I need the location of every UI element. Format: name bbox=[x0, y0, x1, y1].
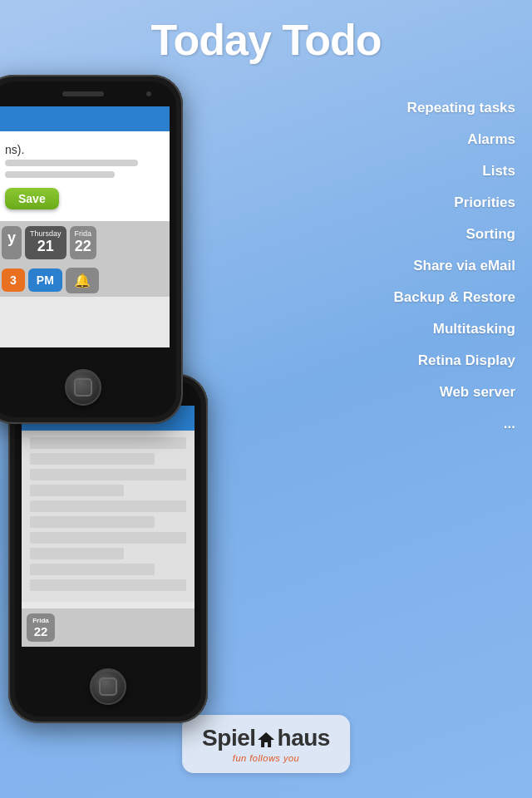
logo-container: Spiel haus fun follows you bbox=[182, 715, 350, 773]
cal-day-num-bottom: 22 bbox=[30, 624, 52, 638]
text-line-1 bbox=[5, 160, 138, 166]
feature-lists: Lists bbox=[394, 163, 515, 180]
bell-button[interactable]: 🔔 bbox=[66, 268, 99, 293]
phone-inner-bottom: Frida 22 bbox=[15, 381, 201, 717]
time-ampm-box[interactable]: PM bbox=[28, 268, 62, 292]
app-title: Today Todo bbox=[0, 0, 532, 65]
gray-line-1 bbox=[30, 437, 186, 449]
phone-inner-top: ns). Save y Thursday 21 bbox=[0, 81, 176, 417]
home-button-top[interactable] bbox=[65, 369, 101, 406]
feature-list: Repeating tasks Alarms Lists Priorities … bbox=[394, 100, 515, 432]
screen-content-bottom bbox=[22, 431, 195, 602]
feature-sorting: Sorting bbox=[394, 226, 515, 243]
logo-text: Spiel haus bbox=[202, 725, 330, 751]
logo-subtitle: fun follows you bbox=[233, 753, 299, 763]
phone-screen-bottom: Frida 22 bbox=[22, 406, 195, 647]
svg-marker-0 bbox=[259, 732, 275, 747]
camera-dot bbox=[146, 91, 151, 96]
calendar-row: y Thursday 21 Frida 22 bbox=[0, 221, 170, 264]
home-button-inner-bottom bbox=[99, 677, 117, 696]
save-button[interactable]: Save bbox=[5, 188, 59, 209]
gray-line-2 bbox=[30, 453, 155, 465]
feature-repeating-tasks: Repeating tasks bbox=[394, 100, 515, 116]
gray-line-10 bbox=[30, 579, 186, 591]
logo-house-icon bbox=[257, 730, 277, 750]
cal-day-num-1: 21 bbox=[30, 238, 62, 256]
home-button-inner-top bbox=[74, 378, 92, 397]
feature-priorities: Priorities bbox=[394, 195, 515, 211]
logo-spiel: Spiel bbox=[202, 725, 255, 751]
phone-bottom: Frida 22 bbox=[8, 374, 208, 723]
phone-top: ns). Save y Thursday 21 bbox=[0, 75, 183, 424]
gray-line-7 bbox=[30, 532, 186, 544]
logo-haus: haus bbox=[278, 725, 330, 751]
gray-line-6 bbox=[30, 516, 155, 528]
feature-retina: Retina Display bbox=[394, 352, 515, 369]
gray-line-3 bbox=[30, 469, 186, 480]
cal-day-num-0: y bbox=[7, 229, 17, 248]
feature-share: Share via eMail bbox=[394, 258, 515, 274]
gray-line-5 bbox=[30, 500, 186, 512]
home-button-bottom[interactable] bbox=[90, 668, 126, 705]
cal-day-name-2: Frida bbox=[75, 229, 92, 238]
cal-day-friday-partial[interactable]: Frida 22 bbox=[70, 226, 97, 259]
screen-partial-text: ns). bbox=[5, 138, 161, 160]
time-hour-box[interactable]: 3 bbox=[2, 268, 25, 292]
cal-day-num-2: 22 bbox=[75, 238, 92, 256]
feature-multitasking: Multitasking bbox=[394, 321, 515, 337]
gray-line-8 bbox=[30, 548, 124, 559]
time-row: 3 PM 🔔 bbox=[0, 264, 170, 297]
screen-content-top: ns). Save bbox=[0, 131, 170, 221]
feature-more: ... bbox=[394, 416, 515, 432]
cal-day-thursday[interactable]: Thursday 21 bbox=[25, 226, 66, 259]
cal-day-name-bottom: Frida bbox=[30, 617, 52, 624]
gray-line-9 bbox=[30, 564, 155, 575]
cal-day-friday-bottom[interactable]: Frida 22 bbox=[27, 613, 55, 642]
phone-screen-top: ns). Save y Thursday 21 bbox=[0, 106, 170, 347]
feature-backup: Backup & Restore bbox=[394, 289, 515, 306]
feature-web-server: Web server bbox=[394, 384, 515, 401]
screen-header-top bbox=[0, 106, 170, 131]
text-line-2 bbox=[5, 171, 115, 178]
feature-alarms: Alarms bbox=[394, 131, 515, 148]
cal-day-name-1: Thursday bbox=[30, 229, 62, 238]
cal-day-partial-left: y bbox=[2, 226, 22, 259]
gray-line-4 bbox=[30, 485, 124, 496]
bell-icon: 🔔 bbox=[74, 273, 91, 288]
calendar-row-bottom: Frida 22 bbox=[22, 608, 195, 647]
speaker-top bbox=[62, 91, 104, 96]
